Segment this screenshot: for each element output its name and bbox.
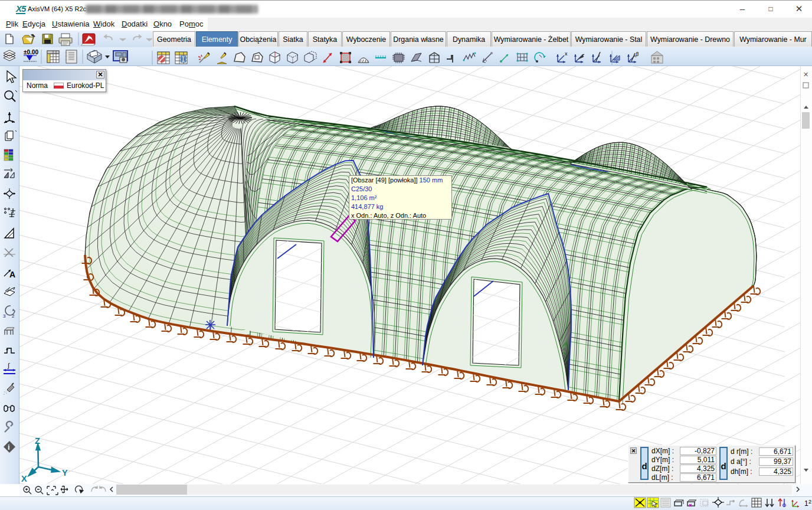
svg-text:✕: ✕ <box>803 71 808 78</box>
svg-text:∫: ∫ <box>7 362 10 370</box>
svg-text:3: 3 <box>3 313 6 319</box>
svg-text:2: 2 <box>808 499 811 505</box>
svg-text:i: i <box>8 443 10 452</box>
svg-text:2: 2 <box>12 313 15 319</box>
svg-text:β: β <box>635 51 639 57</box>
svg-text:1: 1 <box>804 499 808 508</box>
svg-text:Y: Y <box>62 468 68 478</box>
svg-text:Z: Z <box>35 436 40 446</box>
svg-text:A: A <box>9 270 15 279</box>
svg-text:x: x <box>565 51 568 57</box>
svg-text:X: X <box>21 474 27 483</box>
